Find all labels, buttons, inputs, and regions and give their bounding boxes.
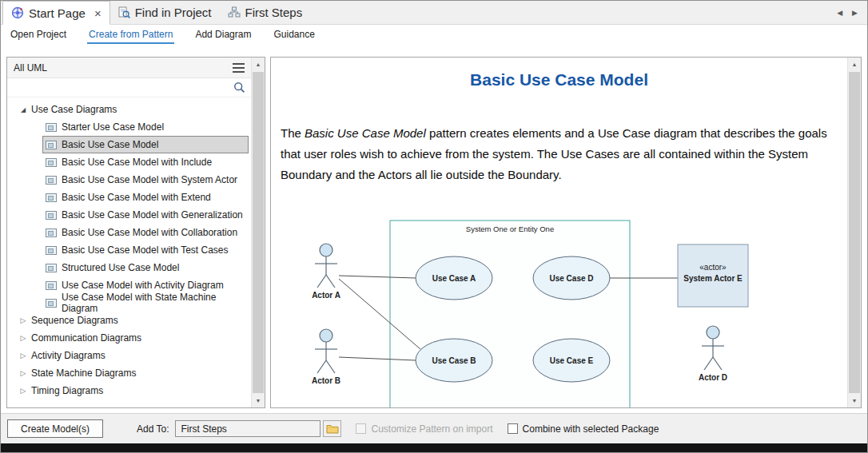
- pattern-browser-panel: All UML ◢ Use Case Diagrams Starter Use …: [6, 57, 265, 408]
- tree-group-label: Timing Diagrams: [31, 385, 103, 396]
- tree-group-state-machine-diagrams[interactable]: ▷ State Machine Diagrams: [7, 364, 251, 382]
- collapsed-icon[interactable]: ▷: [17, 369, 30, 377]
- system-actor-e-label: System Actor E: [683, 274, 743, 283]
- pattern-icon: [46, 246, 57, 255]
- tree-group-use-case-diagrams[interactable]: ◢ Use Case Diagrams: [7, 101, 251, 118]
- tree-group-label: Use Case Diagrams: [31, 104, 117, 115]
- pattern-preview-panel: Basic Use Case Model The Basic Use Case …: [270, 57, 862, 408]
- create-models-button[interactable]: Create Model(s): [7, 419, 103, 438]
- pattern-title: Basic Use Case Model: [271, 70, 847, 89]
- start-page-icon: [11, 6, 24, 19]
- actor-d-label: Actor D: [699, 373, 727, 382]
- tab-first-steps[interactable]: First Steps: [220, 1, 311, 24]
- tree-item-label: Basic Use Case Model with Include: [62, 157, 212, 168]
- tab-find-in-project[interactable]: Find in Project: [110, 1, 220, 24]
- scrollbar-thumb[interactable]: [253, 72, 264, 393]
- search-icon[interactable]: [233, 81, 245, 93]
- pattern-icon: [46, 123, 57, 132]
- tree-item-label: Basic Use Case Model with Test Cases: [62, 244, 229, 256]
- checkbox-label: Combine with selected Package: [523, 423, 659, 435]
- pattern-icon: [46, 193, 57, 202]
- tab-start-page[interactable]: Start Page ×: [2, 1, 110, 25]
- tree-item-label: Basic Use Case Model with Extend: [62, 192, 211, 203]
- actor-a-label: Actor A: [312, 291, 340, 300]
- tree-item-label: Basic Use Case Model with System Actor: [62, 174, 237, 185]
- collapsed-icon[interactable]: ▷: [17, 352, 30, 360]
- add-to-input[interactable]: [175, 420, 321, 437]
- use-case-b-label: Use Case B: [432, 356, 476, 365]
- actor-stereotype-label: «actor»: [699, 263, 727, 272]
- scroll-up-icon[interactable]: ▲: [848, 58, 861, 71]
- scroll-up-icon[interactable]: ▲: [252, 58, 265, 71]
- create-from-pattern-link[interactable]: Create from Pattern: [87, 26, 174, 44]
- tree-item-basic-use-case-model-with-collaboration[interactable]: Basic Use Case Model with Collaboration: [42, 224, 249, 241]
- tree-item-basic-use-case-model-with-extend[interactable]: Basic Use Case Model with Extend: [42, 189, 249, 206]
- tree-group-label: Communication Diagrams: [31, 332, 141, 344]
- tree-item-basic-use-case-model-with-generalization[interactable]: Basic Use Case Model with Generalization: [42, 206, 249, 224]
- tree-group-timing-diagrams[interactable]: ▷ Timing Diagrams: [7, 382, 251, 399]
- add-to-label: Add To:: [137, 423, 169, 435]
- preview-scrollbar[interactable]: ▲ ▼: [847, 58, 861, 407]
- collapsed-icon[interactable]: ▷: [17, 316, 30, 324]
- system-boundary-label: System One or Entity One: [466, 225, 554, 233]
- scrollbar-thumb[interactable]: [849, 72, 860, 393]
- open-project-link[interactable]: Open Project: [9, 26, 68, 44]
- expanded-icon[interactable]: ◢: [17, 106, 30, 113]
- checkbox-box[interactable]: [508, 423, 518, 434]
- tab-bar: Start Page × Find in Project First Steps: [1, 1, 867, 25]
- tree-item-basic-use-case-model-with-test-cases[interactable]: Basic Use Case Model with Test Cases: [42, 241, 249, 259]
- tree-item-use-case-model-with-state-machine-diagram[interactable]: Use Case Model with State Machine Diagra…: [42, 294, 249, 312]
- tree-group-activity-diagrams[interactable]: ▷ Activity Diagrams: [7, 347, 251, 364]
- pattern-icon: [46, 299, 57, 308]
- tree-item-label: Starter Use Case Model: [62, 121, 164, 133]
- tree-group-sequence-diagrams[interactable]: ▷ Sequence Diagrams: [7, 312, 251, 329]
- pattern-icon: [46, 281, 57, 290]
- tree-item-structured-use-case-model[interactable]: Structured Use Case Model: [42, 259, 249, 276]
- actor-b-figure: Actor B: [312, 329, 340, 385]
- tree-item-basic-use-case-model-with-system-actor[interactable]: Basic Use Case Model with System Actor: [42, 171, 249, 189]
- tree-item-label: Basic Use Case Model with Generalization: [62, 209, 243, 221]
- pattern-icon: [46, 176, 57, 185]
- scroll-tabs-right-icon[interactable]: ▶: [852, 9, 858, 17]
- tree-item-label: Basic Use Case Model: [62, 139, 158, 150]
- pattern-icon: [46, 228, 57, 237]
- checkbox-label: Customize Pattern on import: [371, 423, 492, 435]
- browse-package-button[interactable]: [323, 420, 341, 437]
- tree-item-label: Use Case Model with Activity Diagram: [62, 280, 224, 291]
- start-page-toolbar: Open Project Create from Pattern Add Dia…: [1, 26, 867, 44]
- first-steps-icon: [228, 6, 241, 18]
- scroll-down-icon[interactable]: ▼: [848, 394, 861, 407]
- tree-group-label: Sequence Diagrams: [31, 315, 118, 326]
- tree-item-basic-use-case-model[interactable]: Basic Use Case Model: [42, 136, 249, 153]
- tab-scroll-controls: ◀ ▶: [837, 1, 867, 24]
- close-tab-icon[interactable]: ×: [94, 7, 102, 19]
- customize-pattern-checkbox: Customize Pattern on import: [356, 423, 492, 435]
- tree-item-starter-use-case-model[interactable]: Starter Use Case Model: [42, 118, 249, 136]
- scroll-tabs-left-icon[interactable]: ◀: [837, 9, 842, 17]
- tab-label: First Steps: [245, 6, 303, 19]
- tab-label: Start Page: [29, 6, 86, 20]
- footer-bar: Create Model(s) Add To: Customize Patter…: [1, 413, 867, 443]
- pattern-search-row: [7, 78, 251, 97]
- combine-package-checkbox[interactable]: Combine with selected Package: [508, 423, 659, 435]
- pattern-tree-scrollbar[interactable]: ▲ ▼: [251, 58, 265, 407]
- tree-group-communication-diagrams[interactable]: ▷ Communication Diagrams: [7, 329, 251, 347]
- pattern-tree: ◢ Use Case Diagrams Starter Use Case Mod…: [7, 97, 251, 399]
- use-case-d-label: Use Case D: [549, 274, 593, 283]
- actor-a-figure: Actor A: [312, 244, 340, 300]
- pattern-icon: [46, 141, 57, 149]
- tree-item-basic-use-case-model-with-include[interactable]: Basic Use Case Model with Include: [42, 153, 249, 171]
- scroll-down-icon[interactable]: ▼: [252, 394, 265, 407]
- tree-item-label: Use Case Model with State Machine Diagra…: [62, 292, 248, 314]
- actor-b-label: Actor B: [312, 376, 340, 385]
- guidance-link[interactable]: Guidance: [272, 26, 316, 44]
- add-diagram-link[interactable]: Add Diagram: [193, 26, 253, 44]
- collapsed-icon[interactable]: ▷: [17, 334, 30, 342]
- pattern-icon: [46, 264, 57, 272]
- hamburger-menu-icon[interactable]: [233, 63, 245, 73]
- pattern-description: The Basic Use Case Model pattern creates…: [281, 123, 845, 185]
- pattern-icon: [46, 211, 57, 220]
- collapsed-icon[interactable]: ▷: [17, 387, 30, 395]
- tab-label: Find in Project: [135, 6, 212, 19]
- use-case-a-label: Use Case A: [432, 274, 476, 283]
